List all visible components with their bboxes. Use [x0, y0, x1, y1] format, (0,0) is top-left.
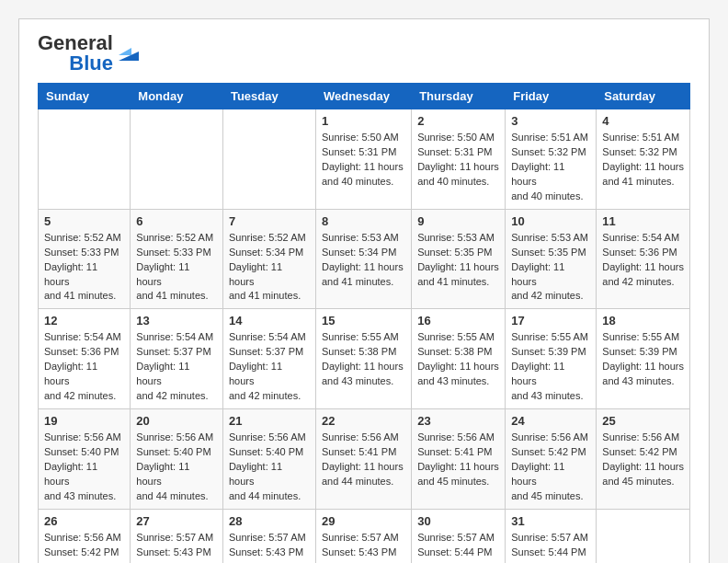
day-info: Sunrise: 5:56 AM Sunset: 5:41 PM Dayligh…	[417, 431, 499, 489]
day-cell: 1Sunrise: 5:50 AM Sunset: 5:31 PM Daylig…	[315, 109, 411, 210]
day-cell: 20Sunrise: 5:56 AM Sunset: 5:40 PM Dayli…	[131, 409, 223, 510]
day-cell: 21Sunrise: 5:56 AM Sunset: 5:40 PM Dayli…	[222, 409, 315, 510]
day-info: Sunrise: 5:57 AM Sunset: 5:44 PM Dayligh…	[511, 531, 590, 563]
day-number: 19	[44, 414, 124, 428]
calendar-table: SundayMondayTuesdayWednesdayThursdayFrid…	[38, 83, 690, 563]
day-cell: 23Sunrise: 5:56 AM Sunset: 5:41 PM Dayli…	[412, 409, 506, 510]
day-info: Sunrise: 5:54 AM Sunset: 5:36 PM Dayligh…	[44, 330, 124, 404]
day-number: 4	[602, 114, 684, 128]
day-info: Sunrise: 5:54 AM Sunset: 5:36 PM Dayligh…	[602, 231, 684, 290]
day-number: 7	[229, 214, 310, 228]
day-cell: 29Sunrise: 5:57 AM Sunset: 5:43 PM Dayli…	[315, 509, 411, 563]
day-info: Sunrise: 5:55 AM Sunset: 5:39 PM Dayligh…	[511, 330, 590, 404]
day-cell: 4Sunrise: 5:51 AM Sunset: 5:32 PM Daylig…	[597, 109, 690, 210]
day-cell: 28Sunrise: 5:57 AM Sunset: 5:43 PM Dayli…	[222, 509, 315, 563]
day-cell: 8Sunrise: 5:53 AM Sunset: 5:34 PM Daylig…	[315, 209, 411, 309]
day-cell: 16Sunrise: 5:55 AM Sunset: 5:38 PM Dayli…	[412, 309, 506, 409]
day-info: Sunrise: 5:53 AM Sunset: 5:35 PM Dayligh…	[511, 231, 590, 304]
day-cell: 14Sunrise: 5:54 AM Sunset: 5:37 PM Dayli…	[222, 309, 315, 409]
day-number: 18	[602, 314, 684, 327]
day-info: Sunrise: 5:57 AM Sunset: 5:43 PM Dayligh…	[229, 531, 310, 563]
week-row-5: 26Sunrise: 5:56 AM Sunset: 5:42 PM Dayli…	[39, 509, 690, 563]
week-row-3: 12Sunrise: 5:54 AM Sunset: 5:36 PM Dayli…	[39, 309, 690, 409]
day-number: 17	[511, 314, 590, 327]
day-number: 27	[136, 514, 217, 528]
day-number: 15	[322, 314, 405, 327]
weekday-header-row: SundayMondayTuesdayWednesdayThursdayFrid…	[39, 84, 690, 109]
day-info: Sunrise: 5:55 AM Sunset: 5:39 PM Dayligh…	[602, 330, 684, 389]
day-number: 22	[322, 414, 405, 428]
day-cell: 9Sunrise: 5:53 AM Sunset: 5:35 PM Daylig…	[412, 209, 506, 309]
day-info: Sunrise: 5:55 AM Sunset: 5:38 PM Dayligh…	[417, 330, 499, 389]
day-cell: 3Sunrise: 5:51 AM Sunset: 5:32 PM Daylig…	[506, 109, 597, 210]
day-number: 9	[417, 214, 499, 228]
day-cell: 6Sunrise: 5:52 AM Sunset: 5:33 PM Daylig…	[131, 209, 223, 309]
day-number: 16	[417, 314, 499, 327]
day-number: 30	[417, 514, 499, 528]
day-cell: 5Sunrise: 5:52 AM Sunset: 5:33 PM Daylig…	[39, 209, 131, 309]
day-cell: 24Sunrise: 5:56 AM Sunset: 5:42 PM Dayli…	[506, 409, 597, 510]
day-number: 11	[602, 214, 684, 228]
day-cell: 2Sunrise: 5:50 AM Sunset: 5:31 PM Daylig…	[412, 109, 506, 210]
day-info: Sunrise: 5:56 AM Sunset: 5:40 PM Dayligh…	[229, 431, 310, 504]
day-info: Sunrise: 5:56 AM Sunset: 5:40 PM Dayligh…	[136, 431, 217, 504]
day-number: 25	[602, 414, 684, 428]
day-info: Sunrise: 5:56 AM Sunset: 5:42 PM Dayligh…	[511, 431, 590, 504]
logo-icon	[119, 44, 139, 64]
day-cell: 25Sunrise: 5:56 AM Sunset: 5:42 PM Dayli…	[597, 409, 690, 510]
day-cell: 19Sunrise: 5:56 AM Sunset: 5:40 PM Dayli…	[39, 409, 131, 510]
day-number: 29	[322, 514, 405, 528]
day-cell: 12Sunrise: 5:54 AM Sunset: 5:36 PM Dayli…	[39, 309, 131, 409]
day-cell: 26Sunrise: 5:56 AM Sunset: 5:42 PM Dayli…	[39, 509, 131, 563]
day-number: 26	[44, 514, 124, 528]
day-cell	[131, 109, 223, 210]
day-info: Sunrise: 5:56 AM Sunset: 5:40 PM Dayligh…	[44, 431, 124, 504]
day-info: Sunrise: 5:56 AM Sunset: 5:41 PM Dayligh…	[322, 431, 405, 489]
day-number: 20	[136, 414, 217, 428]
day-info: Sunrise: 5:52 AM Sunset: 5:33 PM Dayligh…	[136, 231, 217, 304]
day-number: 13	[136, 314, 217, 327]
weekday-header-monday: Monday	[131, 84, 223, 109]
logo: General Blue	[38, 33, 139, 74]
day-cell: 10Sunrise: 5:53 AM Sunset: 5:35 PM Dayli…	[506, 209, 597, 309]
day-info: Sunrise: 5:54 AM Sunset: 5:37 PM Dayligh…	[136, 330, 217, 404]
day-cell: 27Sunrise: 5:57 AM Sunset: 5:43 PM Dayli…	[131, 509, 223, 563]
day-number: 1	[322, 114, 405, 128]
day-cell	[222, 109, 315, 210]
logo-blue-text: Blue	[69, 53, 113, 74]
day-cell: 30Sunrise: 5:57 AM Sunset: 5:44 PM Dayli…	[412, 509, 506, 563]
day-info: Sunrise: 5:53 AM Sunset: 5:34 PM Dayligh…	[322, 231, 405, 290]
day-info: Sunrise: 5:55 AM Sunset: 5:38 PM Dayligh…	[322, 330, 405, 389]
svg-marker-1	[119, 48, 131, 55]
day-number: 23	[417, 414, 499, 428]
week-row-4: 19Sunrise: 5:56 AM Sunset: 5:40 PM Dayli…	[39, 409, 690, 510]
day-info: Sunrise: 5:57 AM Sunset: 5:43 PM Dayligh…	[322, 531, 405, 563]
day-number: 6	[136, 214, 217, 228]
day-number: 3	[511, 114, 590, 128]
day-info: Sunrise: 5:57 AM Sunset: 5:43 PM Dayligh…	[136, 531, 217, 563]
week-row-2: 5Sunrise: 5:52 AM Sunset: 5:33 PM Daylig…	[39, 209, 690, 309]
day-cell	[597, 509, 690, 563]
weekday-header-tuesday: Tuesday	[222, 84, 315, 109]
day-info: Sunrise: 5:51 AM Sunset: 5:32 PM Dayligh…	[602, 131, 684, 190]
calendar-container: General Blue SundayMondayTuesdayWednesda…	[18, 18, 710, 563]
header: General Blue	[38, 33, 690, 74]
day-number: 2	[417, 114, 499, 128]
day-cell	[39, 109, 131, 210]
day-cell: 18Sunrise: 5:55 AM Sunset: 5:39 PM Dayli…	[597, 309, 690, 409]
weekday-header-saturday: Saturday	[597, 84, 690, 109]
weekday-header-thursday: Thursday	[412, 84, 506, 109]
day-number: 12	[44, 314, 124, 327]
day-number: 21	[229, 414, 310, 428]
day-number: 28	[229, 514, 310, 528]
weekday-header-wednesday: Wednesday	[315, 84, 411, 109]
day-number: 31	[511, 514, 590, 528]
day-cell: 31Sunrise: 5:57 AM Sunset: 5:44 PM Dayli…	[506, 509, 597, 563]
day-number: 5	[44, 214, 124, 228]
weekday-header-sunday: Sunday	[39, 84, 131, 109]
day-info: Sunrise: 5:56 AM Sunset: 5:42 PM Dayligh…	[44, 531, 124, 563]
day-number: 8	[322, 214, 405, 228]
week-row-1: 1Sunrise: 5:50 AM Sunset: 5:31 PM Daylig…	[39, 109, 690, 210]
weekday-header-friday: Friday	[506, 84, 597, 109]
day-info: Sunrise: 5:50 AM Sunset: 5:31 PM Dayligh…	[322, 131, 405, 190]
